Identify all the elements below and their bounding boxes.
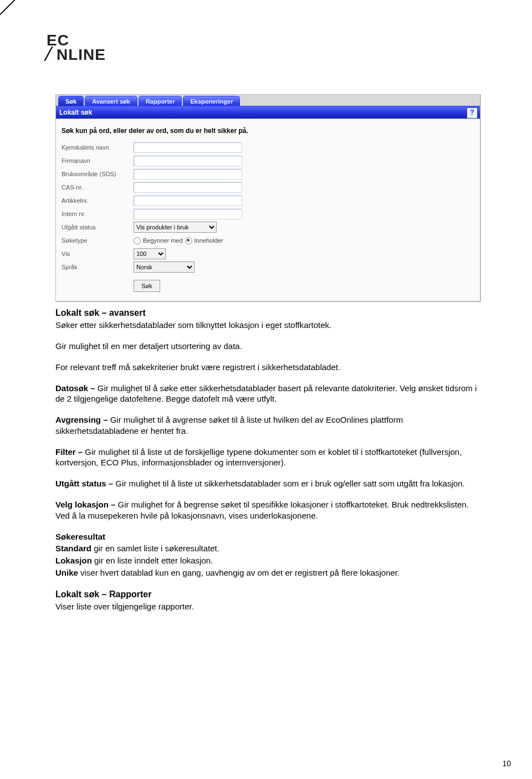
- ecoonline-logo: EC NLINE: [47, 33, 106, 62]
- paragraph: Filter – Gir mulighet til å liste ut de …: [55, 447, 482, 469]
- paragraph: Avgrensing – Gir mulighet til å avgrense…: [55, 414, 482, 437]
- tab-eksponeringer[interactable]: Eksponeringer: [183, 96, 240, 106]
- label-searchtype: Søketype: [62, 237, 134, 244]
- input-use[interactable]: [134, 169, 242, 180]
- input-intern[interactable]: [134, 209, 242, 219]
- document-body: Lokalt søk – avansert Søker etter sikker…: [55, 307, 482, 622]
- app-screenshot: Søk Avansert søk Rapporter Eksponeringer…: [55, 94, 480, 301]
- paragraph: For relevant treff må søkekriterier bruk…: [55, 362, 482, 373]
- search-hint: Søk kun på ord, eller deler av ord, som …: [62, 127, 474, 135]
- text: Gir mulighet for å begrense søket til sp…: [55, 500, 469, 520]
- subheader: Lokalt søk ?: [56, 106, 480, 119]
- term-sokeresultat: Søkeresultat: [55, 531, 482, 542]
- text: Gir mulighet til å liste ut de forskjell…: [55, 447, 462, 468]
- search-button[interactable]: Søk: [134, 280, 160, 292]
- paragraph: Velg lokasjon – Gir mulighet for å begre…: [55, 499, 482, 521]
- label-art: Artikkelnr.: [62, 197, 134, 204]
- page-number: 10: [502, 759, 511, 768]
- tab-sok[interactable]: Søk: [58, 96, 84, 106]
- radio-contains-label: Inneholder: [195, 237, 223, 244]
- select-vis[interactable]: 100: [134, 248, 166, 259]
- radio-begins-with-label: Begynner med: [143, 237, 183, 244]
- input-art[interactable]: [134, 196, 242, 206]
- paragraph: Søker etter sikkerhetsdatablader som til…: [55, 320, 482, 331]
- paragraph: Datosøk – Gir mulighet til å søke etter …: [55, 383, 482, 405]
- line-unike: Unike viser hvert datablad kun en gang, …: [55, 567, 482, 578]
- radio-begins-with[interactable]: [134, 237, 141, 244]
- select-status[interactable]: Vis produkter i bruk: [134, 222, 217, 233]
- radio-contains[interactable]: [185, 237, 192, 244]
- text: Gir mulighet til å liste ut sikkerhetsda…: [115, 479, 464, 488]
- label-cas: CAS-nr.: [62, 184, 134, 191]
- paragraph: Gir mulighet til en mer detaljert utsort…: [55, 341, 482, 352]
- term-datosok: Datosøk –: [55, 383, 98, 393]
- text: Gir mulighet til å søke etter sikkerhets…: [55, 383, 477, 404]
- select-lang[interactable]: Norsk: [134, 262, 195, 273]
- input-cas[interactable]: [134, 182, 242, 193]
- logo-line2: NLINE: [57, 46, 106, 63]
- input-firm[interactable]: [134, 156, 242, 166]
- heading-lokalt-sok-avansert: Lokalt søk – avansert: [55, 307, 482, 319]
- tab-avansert-sok[interactable]: Avansert søk: [85, 96, 137, 106]
- tab-bar: Søk Avansert søk Rapporter Eksponeringer: [56, 95, 480, 106]
- label-intern: Intern nr.: [62, 211, 134, 217]
- term-avgrensing: Avgrensing –: [55, 415, 110, 424]
- input-chemical[interactable]: [134, 142, 242, 153]
- paragraph: Viser liste over tilgjengelige rapporter…: [55, 601, 482, 612]
- paragraph: Utgått status – Gir mulighet til å liste…: [55, 478, 482, 489]
- term-filter: Filter –: [55, 447, 85, 457]
- subheader-title: Lokalt søk: [59, 109, 92, 116]
- label-status: Utgått status: [62, 224, 134, 230]
- label-firm: Firmanavn: [62, 157, 134, 164]
- help-button[interactable]: ?: [467, 107, 478, 119]
- label-use: Bruksområde (SDS): [62, 171, 134, 177]
- label-chemical: Kjemikaliets navn: [62, 144, 134, 151]
- heading-lokalt-sok-rapporter: Lokalt søk – Rapporter: [55, 588, 482, 600]
- term-utgatt: Utgått status –: [55, 479, 115, 488]
- label-vis: Vis: [62, 250, 134, 257]
- search-form: Søk kun på ord, eller deler av ord, som …: [56, 119, 480, 301]
- label-lang: Språk: [62, 264, 134, 270]
- term-velg-lokasjon: Velg lokasjon –: [55, 500, 118, 509]
- line-standard: Standard gir en samlet liste i søkeresul…: [55, 543, 482, 554]
- line-lokasjon: Lokasjon gir en liste inndelt etter loka…: [55, 555, 482, 566]
- tab-rapporter[interactable]: Rapporter: [139, 96, 182, 106]
- logo-slash-icon: [47, 48, 57, 60]
